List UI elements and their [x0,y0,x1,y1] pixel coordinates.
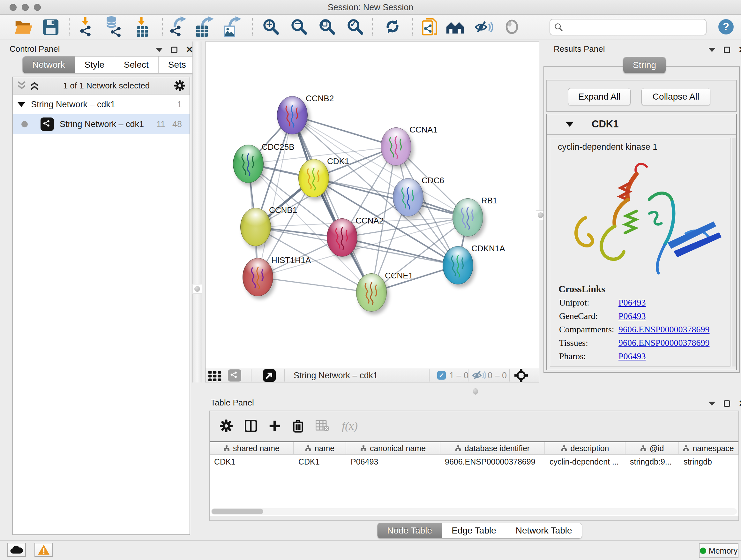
results-panel-header-icons: ✕ [709,45,741,54]
table-body: CDK1CDK1P064939606.ENSP00000378699cyclin… [210,455,738,469]
crosslink-link[interactable]: 9606.ENSP00000378699 [618,324,710,334]
open-session-icon[interactable] [14,18,33,36]
column-header-database-identifier[interactable]: database identifier [441,442,545,454]
status-bar-divider [0,540,741,541]
zoom-fit-icon[interactable] [319,18,336,36]
results-entry-header[interactable]: CDK1 [547,114,736,135]
hide-details-eye-slash-icon[interactable] [475,20,493,34]
table-panel-body: f(x) shared namenamecanonical namedataba… [209,411,739,521]
string-style-icon[interactable] [228,369,241,381]
search-input[interactable] [563,22,702,33]
tab-node-table[interactable]: Node Table [378,523,442,538]
tree-expand-icon[interactable] [17,102,25,107]
column-header-shared-name[interactable]: shared name [210,442,294,454]
panel-float-icon[interactable] [724,47,730,53]
gear-icon[interactable] [174,80,185,91]
tab-string[interactable]: String [623,57,666,73]
fit-content-crosshair-icon[interactable] [515,369,528,382]
column-header-description[interactable]: description [545,442,625,454]
protein-thumbnail [277,97,308,135]
table-row[interactable]: CDK1CDK1P064939606.ENSP00000378699cyclin… [210,455,738,469]
network-node-ccna1[interactable] [381,127,411,166]
zoom-in-icon[interactable]: + [262,18,280,36]
panel-float-icon[interactable] [724,400,730,407]
network-node-cdkn1a[interactable] [443,246,473,285]
panel-float-icon[interactable] [171,47,178,53]
warnings-button[interactable] [35,543,53,557]
column-header-namespace[interactable]: namespace [679,442,738,454]
add-column-icon[interactable] [269,420,280,432]
crosslink-link[interactable]: P06493 [618,351,646,361]
delete-column-icon[interactable] [293,419,304,433]
collapse-all-icon[interactable] [17,81,26,90]
panel-menu-icon[interactable] [709,401,716,406]
import-network-file-icon[interactable] [79,18,97,36]
horizontal-scrollbar[interactable] [211,508,737,515]
scrollbar-thumb[interactable] [212,509,263,514]
crosslink-link[interactable]: P06493 [618,298,646,308]
node-label-ccna2: CCNA2 [355,216,384,226]
crosslink-link[interactable]: 9606.ENSP00000378699 [618,338,710,348]
panel-close-icon[interactable]: ✕ [738,45,741,54]
panel-menu-icon[interactable] [156,48,163,52]
save-session-icon[interactable] [43,18,59,36]
houses-icon[interactable] [446,21,465,34]
export-network-icon[interactable] [170,18,188,36]
network-node-ccnb1[interactable] [240,208,271,246]
network-row[interactable]: String Network – cdk1 11 48 [13,114,190,134]
zoom-out-icon[interactable]: − [290,18,308,36]
panel-close-icon[interactable]: ✕ [186,45,193,54]
node-label-ccna1: CCNA1 [409,125,437,135]
tab-select[interactable]: Select [114,57,158,73]
network-node-rb1[interactable] [453,198,483,237]
import-network-database-icon[interactable] [105,18,125,36]
tab-network[interactable]: Network [23,57,75,73]
expand-all-button[interactable]: Expand All [568,88,630,105]
divider-grab-handle[interactable] [192,284,202,294]
network-node-ccnb2[interactable] [277,96,308,134]
memory-button[interactable]: Memory [699,543,738,558]
tab-sets[interactable]: Sets [158,57,196,73]
network-node-cdc25b[interactable] [233,145,264,183]
network-node-cdc6[interactable] [393,178,423,216]
string-network-icon [41,118,54,131]
export-table-icon[interactable] [196,18,216,36]
help-icon[interactable] [718,19,734,37]
panel-menu-icon[interactable] [709,48,716,52]
network-canvas[interactable]: CCNB2CCNA1CDC25BCDK1CDC6RB1CCNB1CCNA2CDK… [205,42,539,368]
network-collection-row[interactable]: String Network – cdk1 1 [13,95,190,114]
tab-network-table[interactable]: Network Table [506,523,582,538]
birds-eye-view-icon[interactable] [263,369,276,382]
network-node-ccne1[interactable] [356,273,387,312]
tab-edge-table[interactable]: Edge Table [442,523,506,538]
panel-close-icon[interactable]: ✕ [738,399,741,408]
document-share-icon[interactable] [422,18,437,36]
search-field[interactable] [549,19,706,36]
gear-icon[interactable] [220,420,232,432]
toolbar-separator [372,18,373,36]
import-table-file-icon[interactable] [135,18,152,36]
crosslink-link[interactable]: P06493 [618,311,646,321]
network-node-cdk1[interactable] [298,159,329,197]
tab-style[interactable]: Style [75,57,114,73]
entry-collapse-icon[interactable] [565,122,574,127]
collapse-all-button[interactable]: Collapse All [642,88,711,105]
zoom-selected-icon[interactable]: ✓ [347,18,364,36]
network-node-hist1h1a[interactable] [243,258,273,296]
export-image-icon[interactable] [223,18,243,36]
selected-checkbox-icon[interactable]: ✓ [437,371,446,380]
bottom-divider-handle[interactable] [473,388,478,395]
column-header--id[interactable]: @id [625,442,679,454]
show-columns-icon[interactable] [245,420,257,432]
left-panel-divider[interactable] [192,42,202,382]
grid-view-icon[interactable] [208,371,222,381]
column-header-canonical-name[interactable]: canonical name [346,442,441,454]
results-scrollbar[interactable] [732,138,736,367]
show-details-eye-icon[interactable] [505,19,519,34]
refresh-icon[interactable] [385,18,401,36]
cloud-button[interactable] [7,543,26,557]
network-node-ccna2[interactable] [327,219,357,257]
node-label-ccnb1: CCNB1 [269,205,297,215]
column-header-name[interactable]: name [294,442,346,454]
expand-all-icon[interactable] [30,81,39,90]
